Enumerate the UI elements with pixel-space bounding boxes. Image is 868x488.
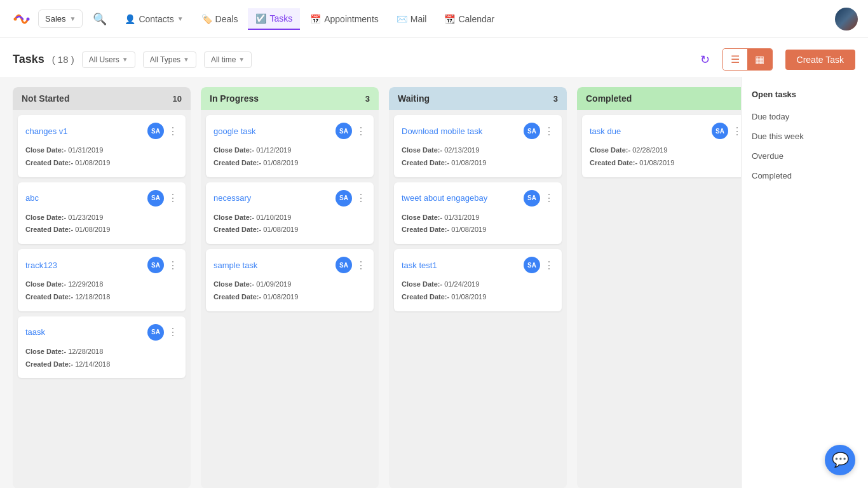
right-sidebar: Open tasks Due todayDue this weekOverdue… <box>741 77 868 488</box>
nav-calendar[interactable]: 📆 Calendar <box>437 9 502 29</box>
card-actions: SA ⋮ <box>524 123 554 139</box>
card-meta: Close Date:- 01/09/2019 Created Date:- 0… <box>214 278 366 304</box>
card-menu-button[interactable]: ⋮ <box>168 192 178 204</box>
sidebar-filter-due-this-week[interactable]: Due this week <box>742 126 868 146</box>
navbar: Sales ▼ 🔍 👤 Contacts ▼ 🏷️ Deals ☑️ Tasks… <box>0 0 868 38</box>
card-title[interactable]: sample task <box>214 261 257 270</box>
card-menu-button[interactable]: ⋮ <box>544 192 554 204</box>
filter-all-users[interactable]: All Users ▼ <box>82 51 135 68</box>
contacts-chevron: ▼ <box>177 15 184 22</box>
task-card: track123 SA ⋮ Close Date:- 12/29/2018 Cr… <box>18 249 186 311</box>
kanban-col-not-started: Not Started 10 changes v1 SA ⋮ Close Dat… <box>13 87 191 488</box>
card-created-date: Created Date:- 12/14/2018 <box>25 358 178 371</box>
card-title[interactable]: Download mobile task <box>402 126 482 136</box>
card-meta: Close Date:- 01/23/2019 Created Date:- 0… <box>25 212 178 237</box>
card-header: track123 SA ⋮ <box>25 257 178 273</box>
card-meta: Close Date:- 01/31/2019 Created Date:- 0… <box>25 144 178 170</box>
task-count: ( 18 ) <box>52 54 74 65</box>
sidebar-filters: Due todayDue this weekOverdueCompleted <box>742 107 868 186</box>
card-header: Download mobile task SA ⋮ <box>402 123 554 139</box>
card-meta: Close Date:- 02/13/2019 Created Date:- 0… <box>402 144 554 170</box>
card-created-date: Created Date:- 01/08/2019 <box>214 224 366 236</box>
card-menu-button[interactable]: ⋮ <box>544 259 554 271</box>
card-created-date: Created Date:- 01/08/2019 <box>402 224 554 236</box>
kanban-col-waiting: Waiting 3 Download mobile task SA ⋮ Clos… <box>389 87 567 488</box>
filter-all-types[interactable]: All Types ▼ <box>143 51 196 68</box>
col-body-waiting: Download mobile task SA ⋮ Close Date:- 0… <box>389 110 567 488</box>
col-header-completed: Completed 1 <box>577 87 741 110</box>
refresh-button[interactable]: ↻ <box>700 53 710 67</box>
svg-point-2 <box>27 17 30 20</box>
card-header: google task SA ⋮ <box>214 123 366 139</box>
col-body-in-progress: google task SA ⋮ Close Date:- 01/12/2019… <box>201 110 379 488</box>
card-close-date: Close Date:- 12/28/2018 <box>25 346 178 358</box>
card-title[interactable]: changes v1 <box>25 126 68 136</box>
card-title[interactable]: task test1 <box>402 261 437 270</box>
nav-tasks[interactable]: ☑️ Tasks <box>248 8 300 30</box>
nav-deals[interactable]: 🏷️ Deals <box>194 9 246 29</box>
nav-contacts[interactable]: 👤 Contacts ▼ <box>117 9 191 29</box>
col-title-not-started: Not Started <box>22 93 69 104</box>
card-title[interactable]: track123 <box>25 261 57 270</box>
workspace-chevron: ▼ <box>70 15 76 22</box>
card-menu-button[interactable]: ⋮ <box>168 125 178 137</box>
card-title[interactable]: necessary <box>214 193 251 203</box>
card-menu-button[interactable]: ⋮ <box>356 125 366 137</box>
card-title[interactable]: taask <box>25 327 45 337</box>
task-card: google task SA ⋮ Close Date:- 01/12/2019… <box>206 115 374 177</box>
search-icon[interactable]: 🔍 <box>93 12 107 26</box>
user-avatar[interactable] <box>835 8 858 30</box>
col-title-waiting: Waiting <box>398 93 430 104</box>
sidebar-filter-completed[interactable]: Completed <box>742 166 868 186</box>
nav-deals-label: Deals <box>215 14 238 24</box>
card-title[interactable]: abc <box>25 193 39 203</box>
col-header-in-progress: In Progress 3 <box>201 87 379 110</box>
card-close-date: Close Date:- 01/10/2019 <box>214 212 366 224</box>
card-header: changes v1 SA ⋮ <box>25 123 178 139</box>
list-view-button[interactable]: ☰ <box>723 49 747 70</box>
sidebar-filter-overdue[interactable]: Overdue <box>742 146 868 166</box>
card-close-date: Close Date:- 02/13/2019 <box>402 144 554 157</box>
card-menu-button[interactable]: ⋮ <box>356 192 366 204</box>
nav-appointments[interactable]: 📅 Appointments <box>302 9 386 29</box>
nav-mail[interactable]: ✉️ Mail <box>389 9 435 29</box>
card-created-date: Created Date:- 01/08/2019 <box>25 224 178 236</box>
col-count-in-progress: 3 <box>365 94 370 104</box>
col-title-completed: Completed <box>586 93 632 104</box>
task-card: sample task SA ⋮ Close Date:- 01/09/2019… <box>206 249 374 311</box>
card-menu-button[interactable]: ⋮ <box>544 125 554 137</box>
card-avatar: SA <box>336 123 352 139</box>
sidebar-filter-due-today[interactable]: Due today <box>742 107 868 126</box>
kanban-board: Not Started 10 changes v1 SA ⋮ Close Dat… <box>0 77 741 488</box>
task-card: necessary SA ⋮ Close Date:- 01/10/2019 C… <box>206 182 374 245</box>
card-actions: SA ⋮ <box>524 190 554 207</box>
card-created-date: Created Date:- 01/08/2019 <box>590 157 741 170</box>
app-logo <box>10 8 33 30</box>
card-close-date: Close Date:- 01/24/2019 <box>402 278 554 291</box>
card-header: tweet about engagebay SA ⋮ <box>402 190 554 207</box>
filter-time-chevron: ▼ <box>238 56 245 63</box>
chat-button[interactable]: 💬 <box>825 445 855 475</box>
card-avatar: SA <box>336 257 352 273</box>
card-menu-button[interactable]: ⋮ <box>356 259 366 271</box>
card-close-date: Close Date:- 12/29/2018 <box>25 278 178 291</box>
mail-icon: ✉️ <box>397 14 407 24</box>
filter-all-time[interactable]: All time ▼ <box>204 51 252 68</box>
kanban-view-button[interactable]: ▦ <box>747 49 772 70</box>
card-menu-button[interactable]: ⋮ <box>732 125 741 137</box>
card-menu-button[interactable]: ⋮ <box>168 326 178 338</box>
appointments-icon: 📅 <box>310 14 321 24</box>
card-created-date: Created Date:- 01/08/2019 <box>214 291 366 304</box>
card-actions: SA ⋮ <box>147 190 178 207</box>
create-task-button[interactable]: Create Task <box>785 50 855 70</box>
card-close-date: Close Date:- 01/31/2019 <box>25 144 178 157</box>
card-title[interactable]: google task <box>214 126 256 136</box>
card-menu-button[interactable]: ⋮ <box>168 259 178 271</box>
card-meta: Close Date:- 12/28/2018 Created Date:- 1… <box>25 346 178 371</box>
workspace-dropdown[interactable]: Sales ▼ <box>38 10 83 28</box>
card-title[interactable]: task due <box>590 126 621 136</box>
nav-items: 👤 Contacts ▼ 🏷️ Deals ☑️ Tasks 📅 Appoint… <box>117 8 830 30</box>
task-card: abc SA ⋮ Close Date:- 01/23/2019 Created… <box>18 182 186 245</box>
card-title[interactable]: tweet about engagebay <box>402 193 487 203</box>
card-created-date: Created Date:- 01/08/2019 <box>25 157 178 170</box>
